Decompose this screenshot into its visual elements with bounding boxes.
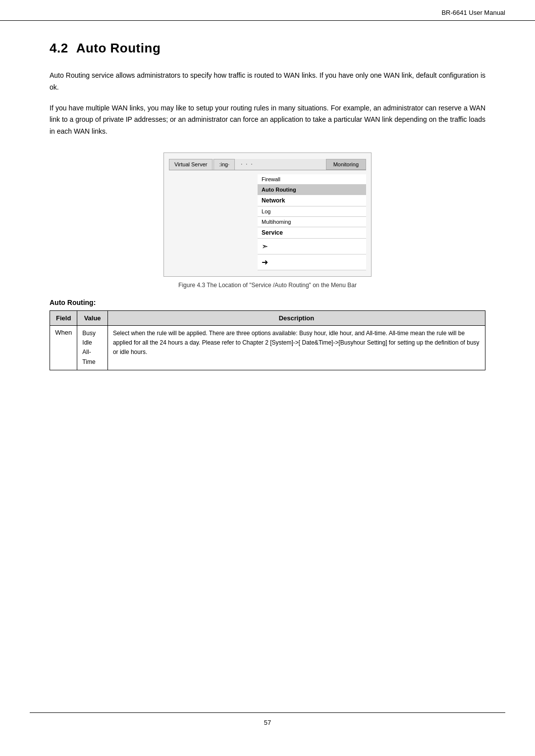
section-heading: 4.2Auto Routing	[50, 41, 485, 56]
page-number: 57	[264, 719, 271, 726]
table-header-field: Field	[50, 310, 77, 325]
value-busy: Busy	[82, 329, 103, 338]
table-cell-description: Select when the rule will be applied. Th…	[107, 325, 485, 370]
menu-item-auto-routing[interactable]: Auto Routing	[258, 185, 366, 195]
figure-caption: Figure 4.3 The Location of "Service /Aut…	[178, 282, 357, 289]
tab-dots: · · ·	[236, 159, 258, 170]
footer-line	[30, 712, 505, 713]
auto-routing-table: Field Value Description When Busy Idle A…	[50, 310, 485, 370]
section-title: Auto Routing	[76, 41, 161, 55]
menu-list: Firewall Auto Routing Network Log Multih…	[258, 174, 366, 270]
tab-virtual-server[interactable]: Virtual Server	[169, 159, 213, 170]
table-cell-field: When	[50, 325, 77, 370]
tab-routing[interactable]: :ing·	[214, 159, 235, 170]
menu-item-network[interactable]: Network	[258, 195, 366, 206]
value-list: Busy Idle All-Time	[82, 329, 103, 367]
content-area: 4.2Auto Routing Auto Routing service all…	[0, 21, 535, 400]
page-header: BR-6641 User Manual	[0, 0, 535, 21]
table-header-description: Description	[107, 310, 485, 325]
table-row: When Busy Idle All-Time Select when the …	[50, 325, 485, 370]
screenshot-box: Virtual Server :ing· · · · Monitoring Fi…	[163, 152, 372, 277]
menu-item-firewall[interactable]: Firewall	[258, 174, 366, 185]
paragraph-2: If you have multiple WAN links, you may …	[50, 102, 485, 138]
menu-item-icon-2[interactable]: ➜	[258, 254, 366, 270]
page-container: BR-6641 User Manual 4.2Auto Routing Auto…	[0, 0, 535, 756]
menu-item-service[interactable]: Service	[258, 227, 366, 239]
table-cell-value: Busy Idle All-Time	[77, 325, 108, 370]
menu-item-log[interactable]: Log	[258, 206, 366, 217]
screenshot-container: Virtual Server :ing· · · · Monitoring Fi…	[50, 152, 485, 289]
value-idle: Idle	[82, 338, 103, 348]
table-header-value: Value	[77, 310, 108, 325]
tab-monitoring[interactable]: Monitoring	[326, 159, 366, 170]
description-text: Select when the rule will be applied. Th…	[113, 330, 480, 355]
auto-routing-label: Auto Routing:	[50, 299, 485, 306]
page-footer: 57	[0, 712, 535, 726]
value-all-time: All-Time	[82, 348, 103, 366]
paragraph-1: Auto Routing service allows administrato…	[50, 70, 485, 94]
header-title: BR-6641 User Manual	[441, 9, 505, 16]
menu-item-icon-1[interactable]: ➣	[258, 239, 366, 254]
section-number: 4.2	[50, 41, 68, 55]
menu-item-multihoming[interactable]: Multihoming	[258, 217, 366, 227]
tab-bar: Virtual Server :ing· · · · Monitoring	[169, 159, 366, 170]
